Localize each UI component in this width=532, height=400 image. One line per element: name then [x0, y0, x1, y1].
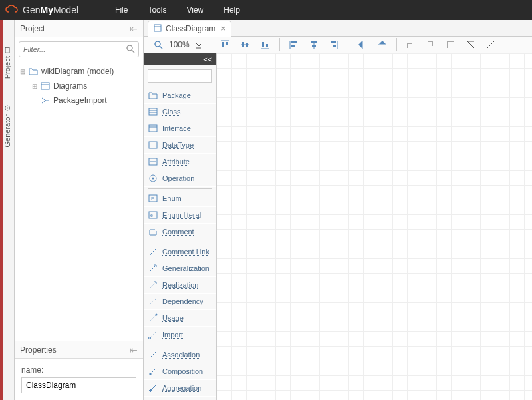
svg-line-33 — [487, 41, 494, 48]
cloud-icon — [5, 5, 19, 16]
svg-line-11 — [160, 46, 162, 49]
palette-item-label: Association — [162, 351, 200, 359]
connector-3-icon[interactable] — [444, 37, 458, 53]
collapse-icon[interactable]: ⊟ — [19, 68, 27, 75]
svg-line-4 — [132, 50, 134, 53]
svg-line-52 — [150, 298, 156, 305]
palette-item-inner-relation[interactable]: Inner relation — [144, 397, 216, 400]
pin-icon[interactable]: ⇤ — [130, 23, 138, 34]
palette-item-import[interactable]: Import — [144, 327, 216, 343]
close-icon[interactable]: × — [221, 24, 225, 33]
tree-node-diagrams[interactable]: ⊞ Diagrams — [19, 79, 139, 93]
editor-area: ClassDiagram × 100% — [144, 20, 532, 400]
svg-rect-26 — [311, 41, 317, 43]
separator — [396, 38, 397, 51]
svg-rect-0 — [5, 47, 9, 53]
svg-rect-23 — [291, 41, 297, 43]
svg-text:E: E — [151, 196, 154, 202]
svg-rect-14 — [222, 42, 224, 47]
svg-point-49 — [150, 254, 151, 255]
tree-node-package-import[interactable]: PackageImport — [19, 93, 139, 108]
svg-rect-39 — [149, 142, 157, 148]
palette-item-operation[interactable]: Operation — [144, 170, 216, 187]
flip-horizontal-icon[interactable] — [355, 37, 370, 53]
palette-item-label: Operation — [162, 174, 194, 182]
palette-search-input[interactable] — [148, 69, 212, 83]
palette-item-comment-link[interactable]: Comment Link — [144, 244, 216, 260]
search-icon[interactable] — [126, 44, 135, 55]
project-tree: ⊟ wikiDiagram (model) ⊞ Diagrams Package… — [15, 61, 143, 341]
tab-row: ClassDiagram × — [144, 20, 532, 37]
palette-item-composition[interactable]: Composition — [144, 363, 216, 380]
menu-file[interactable]: File — [115, 5, 128, 15]
properties-panel-title: Properties — [20, 345, 57, 355]
connector-1-icon[interactable] — [404, 37, 418, 53]
zoom-dropdown-icon[interactable] — [194, 37, 204, 53]
palette-item-icon — [148, 246, 158, 257]
svg-line-51 — [150, 282, 156, 288]
prop-name-input[interactable] — [21, 377, 136, 393]
palette-item-enum[interactable]: EEnum — [144, 190, 216, 207]
palette-item-generalization[interactable]: Generalization — [144, 260, 216, 277]
palette-item-label: Comment — [162, 228, 194, 236]
expand-icon[interactable]: ⊞ — [31, 83, 39, 90]
flip-vertical-icon[interactable] — [375, 37, 390, 53]
tree-node-root[interactable]: ⊟ wikiDiagram (model) — [19, 64, 139, 79]
pin-icon[interactable]: ⇤ — [130, 345, 138, 355]
menu-view[interactable]: View — [186, 5, 203, 15]
palette-item-realization[interactable]: Realization — [144, 277, 216, 294]
tab-label: ClassDiagram — [166, 24, 215, 33]
align-top-icon[interactable] — [218, 37, 233, 53]
align-center-icon[interactable] — [307, 37, 321, 53]
align-middle-icon[interactable] — [238, 37, 253, 53]
palette-item-class[interactable]: Class — [144, 104, 216, 120]
palette-item-label: Enum — [162, 194, 182, 202]
menu-tools[interactable]: Tools — [148, 5, 166, 15]
rail-tab-project[interactable]: Project — [3, 47, 11, 79]
palette-item-comment[interactable]: Comment — [144, 224, 216, 240]
palette-item-label: Interface — [162, 124, 191, 132]
svg-point-3 — [127, 45, 132, 51]
zoom-icon[interactable] — [152, 37, 165, 53]
align-bottom-icon[interactable] — [258, 37, 273, 53]
palette-item-aggregation[interactable]: Aggregation — [144, 380, 216, 397]
filter-input[interactable] — [19, 41, 139, 57]
accent-strip — [0, 20, 3, 400]
folder-icon — [28, 66, 39, 77]
palette-item-enum-literal[interactable]: eEnum literal — [144, 207, 216, 224]
palette-item-label: Usage — [162, 314, 184, 322]
svg-rect-8 — [154, 25, 161, 31]
palette-item-label: Class — [162, 108, 181, 116]
rail-tab-generator[interactable]: Generator — [3, 105, 11, 148]
palette-item-icon — [148, 173, 158, 184]
diagram-canvas[interactable] — [217, 53, 532, 400]
align-left-icon[interactable] — [287, 37, 301, 53]
palette-item-interface[interactable]: Interface — [144, 120, 216, 137]
connector-4-icon[interactable] — [464, 37, 478, 53]
svg-rect-34 — [149, 108, 157, 115]
diagram-icon — [40, 81, 51, 91]
separator — [279, 38, 280, 51]
svg-rect-15 — [226, 42, 228, 45]
svg-rect-17 — [242, 42, 244, 47]
palette-item-label: Dependency — [162, 298, 203, 305]
zoom-level: 100% — [169, 40, 190, 49]
connector-2-icon[interactable] — [424, 37, 438, 53]
menu-help[interactable]: Help — [223, 5, 240, 15]
palette-item-attribute[interactable]: Attribute — [144, 154, 216, 170]
palette-item-package[interactable]: Package — [144, 87, 216, 104]
palette-item-datatype[interactable]: DataType — [144, 137, 216, 154]
align-right-icon[interactable] — [327, 37, 341, 53]
svg-point-2 — [7, 108, 8, 109]
palette-item-label: Package — [162, 91, 191, 99]
palette-collapse-button[interactable]: << — [144, 53, 216, 65]
palette-item-icon: E — [148, 193, 158, 204]
connector-5-icon[interactable] — [483, 37, 498, 53]
brand-my: My — [40, 5, 53, 15]
palette-item-label: DataType — [162, 141, 194, 149]
tab-classdiagram[interactable]: ClassDiagram × — [148, 21, 231, 37]
palette-item-usage[interactable]: Usage — [144, 310, 216, 327]
svg-rect-24 — [291, 45, 295, 47]
palette-item-association[interactable]: Association — [144, 347, 216, 363]
palette-item-dependency[interactable]: Dependency — [144, 294, 216, 310]
